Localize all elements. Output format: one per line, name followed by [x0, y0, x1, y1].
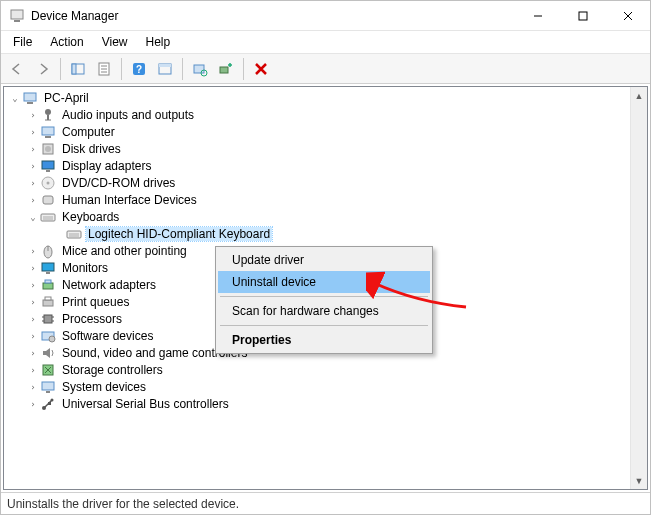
svg-rect-54	[42, 382, 54, 390]
svg-rect-44	[43, 300, 53, 306]
monitor-icon	[40, 260, 56, 276]
context-menu-item[interactable]: Properties	[218, 329, 430, 351]
expander-icon[interactable]: ⌄	[8, 93, 22, 103]
toolbar-separator	[60, 58, 61, 80]
expander-icon[interactable]: ›	[26, 161, 40, 171]
tree-item[interactable]: ›Universal Serial Bus controllers	[4, 395, 647, 412]
tree-item[interactable]: ›System devices	[4, 378, 647, 395]
tree-item-label: Storage controllers	[60, 363, 165, 377]
svg-rect-55	[46, 391, 50, 393]
close-button[interactable]	[605, 1, 650, 30]
expander-icon[interactable]: ›	[26, 348, 40, 358]
keyboard-icon	[40, 209, 56, 225]
expander-icon[interactable]: ›	[26, 399, 40, 409]
tree-item[interactable]: ›Disk drives	[4, 140, 647, 157]
software-icon	[40, 328, 56, 344]
expander-icon[interactable]: ›	[26, 331, 40, 341]
menubar: File Action View Help	[1, 31, 650, 54]
expander-icon[interactable]: ›	[26, 195, 40, 205]
expander-icon[interactable]: ›	[26, 297, 40, 307]
scroll-up-button[interactable]: ▲	[631, 87, 647, 104]
context-menu-item[interactable]: Update driver	[218, 249, 430, 271]
tree-item[interactable]: ›Storage controllers	[4, 361, 647, 378]
maximize-button[interactable]	[560, 1, 605, 30]
svg-point-52	[49, 336, 55, 342]
svg-rect-27	[42, 161, 54, 169]
expander-icon[interactable]: ›	[26, 280, 40, 290]
menu-help[interactable]: Help	[138, 33, 179, 51]
svg-point-57	[51, 398, 54, 401]
action-button[interactable]	[153, 57, 177, 80]
hid-icon	[40, 192, 56, 208]
app-icon	[9, 8, 25, 24]
context-menu-item[interactable]: Scan for hardware changes	[218, 300, 430, 322]
window-title: Device Manager	[31, 9, 515, 23]
forward-button[interactable]	[31, 57, 55, 80]
tree-item[interactable]: ›Display adapters	[4, 157, 647, 174]
titlebar: Device Manager	[1, 1, 650, 31]
svg-rect-28	[46, 170, 50, 172]
tree-root[interactable]: ⌄PC-April	[4, 89, 647, 106]
tree-item-label: Audio inputs and outputs	[60, 108, 196, 122]
toolbar: ?	[1, 54, 650, 84]
expander-icon[interactable]: ›	[26, 314, 40, 324]
tree-item-label: System devices	[60, 380, 148, 394]
svg-rect-31	[43, 196, 53, 204]
svg-rect-41	[46, 272, 50, 274]
tree-item[interactable]: ⌄Keyboards	[4, 208, 647, 225]
expander-icon[interactable]: ›	[26, 246, 40, 256]
menu-file[interactable]: File	[5, 33, 40, 51]
context-menu-item[interactable]: Uninstall device	[218, 271, 430, 293]
svg-rect-7	[72, 64, 76, 74]
show-hide-pane-button[interactable]	[66, 57, 90, 80]
tree-item-label: Keyboards	[60, 210, 121, 224]
tree-item[interactable]: ›Audio inputs and outputs	[4, 106, 647, 123]
minimize-button[interactable]	[515, 1, 560, 30]
menu-view[interactable]: View	[94, 33, 136, 51]
svg-rect-23	[42, 127, 54, 135]
storage-icon	[40, 362, 56, 378]
scroll-down-button[interactable]: ▼	[631, 472, 647, 489]
expander-icon[interactable]: ›	[26, 365, 40, 375]
tree-item-label: Universal Serial Bus controllers	[60, 397, 231, 411]
svg-rect-45	[45, 297, 51, 300]
tree-item-label: Software devices	[60, 329, 155, 343]
svg-rect-16	[194, 65, 204, 73]
help-button[interactable]: ?	[127, 57, 151, 80]
uninstall-button[interactable]	[249, 57, 273, 80]
properties-button[interactable]	[92, 57, 116, 80]
svg-rect-43	[45, 280, 51, 283]
tree-item-label: Print queues	[60, 295, 131, 309]
expander-icon[interactable]: ›	[26, 110, 40, 120]
tree-item[interactable]: ›Computer	[4, 123, 647, 140]
scrollbar[interactable]: ▲ ▼	[630, 87, 647, 489]
svg-rect-22	[47, 115, 49, 120]
svg-point-21	[45, 109, 51, 115]
expander-icon[interactable]: ›	[26, 382, 40, 392]
expander-icon[interactable]: ›	[26, 263, 40, 273]
back-button[interactable]	[5, 57, 29, 80]
menu-action[interactable]: Action	[42, 33, 91, 51]
add-legacy-hardware-button[interactable]	[214, 57, 238, 80]
usb-icon	[40, 396, 56, 412]
toolbar-separator	[182, 58, 183, 80]
printer-icon	[40, 294, 56, 310]
context-menu-separator	[220, 325, 428, 326]
tree-item-label: Logitech HID-Compliant Keyboard	[86, 227, 272, 241]
svg-text:?: ?	[136, 64, 142, 75]
tree-item[interactable]: ›Human Interface Devices	[4, 191, 647, 208]
tree-item-label: Mice and other pointing	[60, 244, 189, 258]
svg-rect-40	[42, 263, 54, 271]
scan-hardware-button[interactable]	[188, 57, 212, 80]
expander-icon[interactable]: ›	[26, 144, 40, 154]
svg-point-26	[45, 146, 51, 152]
expander-icon[interactable]: ›	[26, 127, 40, 137]
svg-rect-1	[14, 20, 20, 22]
tree-item[interactable]: ›DVD/CD-ROM drives	[4, 174, 647, 191]
expander-icon[interactable]: ›	[26, 178, 40, 188]
tree-item-label: Network adapters	[60, 278, 158, 292]
tree-item-label: Processors	[60, 312, 124, 326]
expander-icon[interactable]: ⌄	[26, 212, 40, 222]
svg-rect-3	[579, 12, 587, 20]
tree-item[interactable]: Logitech HID-Compliant Keyboard	[4, 225, 647, 242]
